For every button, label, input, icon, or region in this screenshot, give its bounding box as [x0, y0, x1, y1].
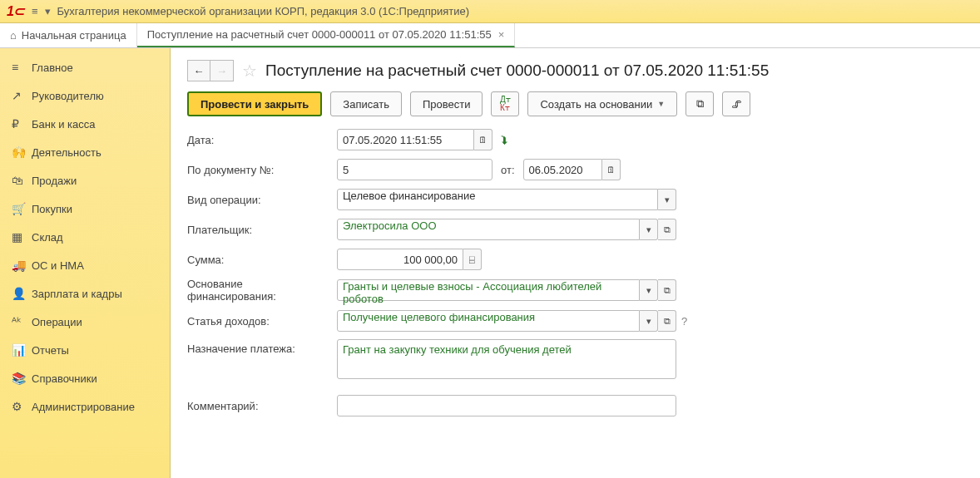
sidebar-item-admin[interactable]: ⚙Администрирование [0, 392, 170, 421]
sidebar-item-bank[interactable]: ₽Банк и касса [0, 110, 170, 138]
docnum-value[interactable] [343, 160, 487, 180]
sidebar-item-sales[interactable]: 🛍Продажи [0, 166, 170, 195]
nav-back-button[interactable]: ← [187, 60, 210, 81]
sum-input[interactable] [337, 249, 463, 270]
open-icon[interactable]: ⧉ [658, 219, 676, 240]
sidebar-item-catalogs[interactable]: 📚Справочники [0, 364, 170, 392]
doc-header: ← → ☆ Поступление на расчетный счет 0000… [187, 60, 963, 81]
sidebar-item-stock[interactable]: ▦Склад [0, 223, 170, 251]
app-title: Бухгалтерия некоммерческой организации К… [57, 5, 470, 17]
open-icon[interactable]: ⧉ [658, 279, 676, 301]
bag-icon: 🛍 [12, 174, 32, 187]
post-and-close-button[interactable]: Провести и закрыть [187, 91, 322, 116]
purpose-textarea[interactable]: Грант на закупку техники для обучения де… [337, 339, 676, 379]
from-date-input[interactable] [523, 159, 602, 180]
sidebar-item-label: Деятельность [32, 146, 101, 159]
doc-title: Поступление на расчетный счет 0000-00001… [265, 62, 769, 80]
basis-select[interactable]: Гранты и целевые взносы - Ассоциация люб… [337, 279, 640, 301]
toolbar: Провести и закрыть Записать Провести ДᴛК… [187, 91, 963, 116]
favorite-star-icon[interactable]: ☆ [242, 61, 257, 81]
calendar-icon[interactable]: 🗓 [602, 159, 621, 180]
sidebar-item-label: Склад [32, 231, 63, 244]
save-label: Записать [343, 98, 389, 111]
payer-select[interactable]: Электросила ООО [337, 219, 640, 240]
person-icon: 👤 [12, 287, 32, 300]
close-icon[interactable]: × [498, 28, 505, 41]
calculator-icon[interactable]: ⌸ [463, 249, 482, 270]
sidebar-item-label: Главное [32, 62, 73, 74]
optype-label: Вид операции: [187, 194, 337, 206]
post-and-close-label: Провести и закрыть [200, 98, 309, 111]
sidebar-item-label: Операции [32, 316, 82, 328]
app-logo: 1⊂ [7, 3, 23, 19]
tree-icon: ⧉ [696, 97, 704, 111]
chart-up-icon: ↗ [12, 89, 32, 102]
comment-label: Комментарий: [187, 400, 337, 412]
dtkt-small-icon: ᴬᵏ [12, 315, 32, 328]
sidebar-item-assets[interactable]: 🚚ОС и НМА [0, 251, 170, 279]
comment-input[interactable] [337, 395, 676, 416]
basis-label: Основание финансирования: [187, 278, 337, 303]
sidebar-item-manager[interactable]: ↗Руководителю [0, 81, 170, 110]
chevron-down-icon[interactable]: ▾ [640, 279, 658, 301]
tab-document[interactable]: Поступление на расчетный счет 0000-00001… [137, 23, 516, 47]
docnum-input[interactable] [337, 159, 492, 180]
sidebar-item-label: Продажи [32, 175, 77, 187]
help-icon[interactable]: ? [681, 315, 687, 328]
income-select[interactable]: Получение целевого финансирования [337, 310, 640, 332]
dropdown-icon[interactable]: ▾ [45, 5, 51, 17]
sidebar-item-label: Покупки [32, 203, 72, 215]
tab-home-label: Начальная страница [22, 29, 126, 42]
truck-icon: 🚚 [12, 259, 32, 272]
post-label: Провести [423, 98, 471, 111]
basis-value: Гранты и целевые взносы - Ассоциация люб… [343, 280, 634, 300]
sidebar-item-purchases[interactable]: 🛒Покупки [0, 195, 170, 223]
dtkt-button[interactable]: ДᴛКᴛ [491, 91, 519, 116]
sum-label: Сумма: [187, 254, 337, 266]
create-based-label: Создать на основании [540, 98, 652, 111]
sidebar: ≡Главное ↗Руководителю ₽Банк и касса 🙌Де… [0, 48, 171, 478]
save-button[interactable]: Записать [330, 91, 402, 116]
sidebar-item-main[interactable]: ≡Главное [0, 53, 170, 81]
sidebar-item-label: Зарплата и кадры [32, 288, 122, 300]
refresh-icon[interactable]: ⮯ [499, 133, 511, 146]
docnum-label: По документу №: [187, 164, 337, 176]
purpose-label: Назначение платежа: [187, 339, 337, 355]
list-icon: ≡ [12, 61, 32, 74]
sidebar-item-activity[interactable]: 🙌Деятельность [0, 138, 170, 166]
related-docs-button[interactable]: ⧉ [686, 91, 714, 116]
nav-forward-button[interactable]: → [210, 60, 234, 81]
attach-button[interactable]: 🖇 [722, 91, 750, 116]
income-label: Статья доходов: [187, 315, 337, 328]
from-date-value[interactable] [529, 160, 596, 180]
tab-document-label: Поступление на расчетный счет 0000-00001… [147, 28, 492, 41]
post-button[interactable]: Провести [410, 91, 483, 116]
date-value[interactable] [343, 130, 468, 150]
sidebar-item-operations[interactable]: ᴬᵏОперации [0, 308, 170, 336]
purpose-value: Грант на закупку техники для обучения де… [343, 343, 572, 356]
sidebar-item-salary[interactable]: 👤Зарплата и кадры [0, 279, 170, 308]
chevron-down-icon[interactable]: ▾ [640, 219, 658, 240]
open-icon[interactable]: ⧉ [658, 310, 676, 332]
sum-value[interactable] [343, 249, 458, 269]
calendar-icon[interactable]: 🗓 [474, 129, 492, 150]
menu-icon[interactable]: ≡ [32, 5, 38, 17]
tab-home[interactable]: ⌂ Начальная страница [0, 23, 137, 47]
income-value: Получение целевого финансирования [343, 311, 634, 331]
date-input[interactable] [337, 129, 474, 150]
optype-select[interactable]: Целевое финансирование [337, 189, 658, 210]
optype-value: Целевое финансирование [343, 190, 652, 209]
books-icon: 📚 [12, 372, 32, 385]
sidebar-item-reports[interactable]: 📊Отчеты [0, 336, 170, 364]
sidebar-item-label: Администрирование [32, 401, 135, 413]
grid-icon: ▦ [12, 230, 32, 244]
create-based-button[interactable]: Создать на основании▼ [527, 91, 677, 116]
chevron-down-icon[interactable]: ▾ [658, 189, 676, 210]
sidebar-item-label: Руководителю [32, 90, 104, 102]
chevron-down-icon[interactable]: ▾ [640, 310, 658, 332]
payer-label: Плательщик: [187, 224, 337, 236]
tab-row: ⌂ Начальная страница Поступление на расч… [0, 23, 980, 48]
sidebar-item-label: Банк и касса [32, 118, 96, 131]
comment-value[interactable] [343, 396, 671, 416]
sidebar-item-label: Справочники [32, 372, 97, 385]
